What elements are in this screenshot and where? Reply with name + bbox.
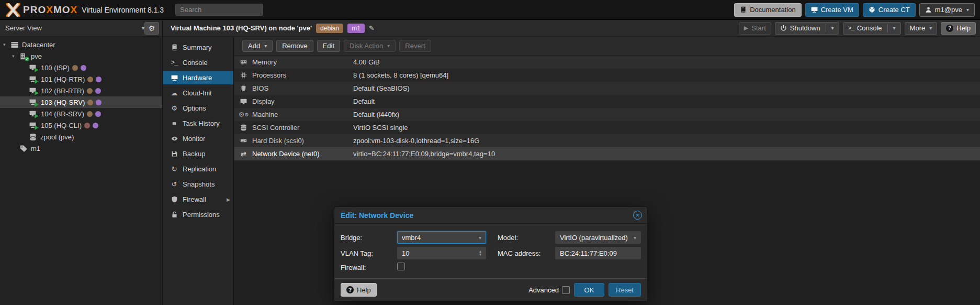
mac-address-input[interactable]: BC:24:11:77:E0:09: [555, 247, 641, 259]
vm-nav-menu: Summary >_ Console Hardware ☁ Cloud-Init…: [163, 37, 234, 305]
book-icon: [170, 44, 178, 51]
nav-item-cloud-init[interactable]: ☁ Cloud-Init: [163, 86, 233, 100]
dialog-help-button[interactable]: ? Help: [341, 283, 377, 297]
proxmox-logo-icon: [5, 3, 21, 17]
nav-item-replication[interactable]: ↻ Replication: [163, 162, 233, 176]
storage-icon: [29, 133, 37, 141]
cube-icon: [869, 6, 875, 13]
monitor-icon: [239, 97, 248, 105]
hw-row-network-device[interactable]: ⇄ Network Device (net0) virtio=BC:24:11:…: [234, 147, 980, 160]
tree-item-vm-103[interactable]: 103 (HQ-SRV): [0, 96, 162, 108]
ok-button[interactable]: OK: [574, 283, 604, 297]
view-settings-button[interactable]: ⚙: [144, 22, 159, 35]
vm-running-icon: [29, 122, 37, 129]
tag-dot: [87, 88, 93, 94]
vlan-tag-spinner[interactable]: 10 ▴▾: [397, 247, 486, 259]
shutdown-button[interactable]: Shutdown ▾: [775, 22, 839, 35]
chevron-down-icon[interactable]: ▾: [634, 235, 636, 241]
tag-dot: [72, 65, 78, 71]
tree-item-datacenter[interactable]: ▾ Datacenter: [0, 39, 162, 50]
nav-item-summary[interactable]: Summary: [163, 41, 233, 54]
chevron-down-icon[interactable]: ▾: [479, 235, 481, 241]
revert-button[interactable]: Revert: [399, 40, 431, 52]
tree-item-vm-101[interactable]: 101 (HQ-RTR): [0, 73, 162, 85]
console-button[interactable]: >_ Console ▾: [843, 22, 901, 35]
create-vm-button[interactable]: Create VM: [805, 3, 859, 17]
vm-running-icon: [29, 75, 37, 83]
gears-icon: ⚙⚙: [239, 111, 248, 118]
nav-item-hardware[interactable]: Hardware: [163, 71, 233, 84]
tree-item-vm-104[interactable]: 104 (BR-SRV): [0, 108, 162, 119]
bridge-combobox[interactable]: vmbr4 ▾: [397, 231, 486, 244]
model-combobox[interactable]: VirtIO (paravirtualized) ▾: [555, 231, 641, 244]
help-button[interactable]: ? Help: [941, 22, 976, 35]
cloud-icon: ☁: [170, 89, 178, 97]
chevron-down-icon[interactable]: ▾: [893, 25, 896, 31]
nav-item-permissions[interactable]: Permissions: [163, 208, 233, 221]
hw-row-scsi-controller[interactable]: SCSI Controller VirtIO SCSI single: [234, 121, 980, 134]
question-icon: ?: [346, 286, 354, 293]
chevron-right-icon: ▶: [227, 197, 230, 202]
chevron-down-icon: ▾: [929, 25, 932, 31]
hw-row-display[interactable]: Display Default: [234, 95, 980, 108]
nav-item-monitor[interactable]: Monitor: [163, 132, 233, 145]
chevron-down-icon: ▾: [966, 7, 969, 13]
tree-item-vm-100[interactable]: 100 (ISP): [0, 62, 162, 73]
tree-item-vm-102[interactable]: 102 (BR-RTR): [0, 85, 162, 96]
resource-tree: ▾ Datacenter ▾ pve 100 (ISP) 101 (HQ-RTR…: [0, 37, 163, 305]
tag-dot: [87, 77, 93, 82]
edit-button[interactable]: Edit: [317, 40, 340, 52]
memory-icon: [239, 58, 248, 66]
search-input[interactable]: [175, 4, 263, 16]
advanced-label: Advanced: [528, 286, 559, 294]
hw-row-bios[interactable]: BIOS Default (SeaBIOS): [234, 82, 980, 95]
spinner-arrows-icon[interactable]: ▴▾: [479, 250, 481, 256]
tree-item-storage-zpool[interactable]: zpool (pve): [0, 131, 162, 143]
nav-item-task-history[interactable]: ≡ Task History: [163, 117, 233, 130]
documentation-button[interactable]: Documentation: [734, 3, 801, 17]
chevron-down-icon: ▾: [264, 43, 267, 49]
cpu-icon: [239, 71, 248, 79]
hdd-icon: [239, 137, 248, 145]
nav-item-options[interactable]: ⚙ Options: [163, 102, 233, 115]
chevron-down-icon[interactable]: ▾: [3, 42, 10, 47]
user-menu-button[interactable]: m1@pve ▾: [919, 3, 975, 17]
unlock-icon: [170, 211, 178, 218]
chevron-down-icon[interactable]: ▾: [12, 53, 19, 59]
dialog-header[interactable]: Edit: Network Device ×: [334, 207, 647, 224]
tree-item-vm-105[interactable]: 105 (HQ-CLI): [0, 119, 162, 131]
vlan-tag-label: VLAN Tag:: [341, 249, 392, 257]
hw-row-memory[interactable]: Memory 4.00 GiB: [234, 56, 980, 69]
tag-dot: [93, 123, 98, 128]
hw-row-processors[interactable]: Processors 8 (1 sockets, 8 cores) [qemu6…: [234, 69, 980, 82]
firewall-checkbox[interactable]: [397, 263, 405, 270]
disk-action-button[interactable]: Disk Action ▾: [344, 40, 396, 52]
hw-row-hard-disk[interactable]: Hard Disk (scsi0) zpool:vm-103-disk-0,io…: [234, 134, 980, 147]
chevron-down-icon[interactable]: ▾: [831, 25, 834, 31]
edit-tags-icon[interactable]: ✎: [369, 24, 375, 32]
add-button[interactable]: Add ▾: [242, 40, 273, 52]
hw-row-machine[interactable]: ⚙⚙ Machine Default (i440fx): [234, 108, 980, 121]
close-icon[interactable]: ×: [633, 211, 642, 220]
nav-item-snapshots[interactable]: ↺ Snapshots: [163, 178, 233, 191]
tag-dot: [96, 77, 102, 82]
nav-item-backup[interactable]: Backup: [163, 147, 233, 160]
create-ct-button[interactable]: Create CT: [863, 3, 916, 17]
hardware-table: Memory 4.00 GiB Processors 8 (1 sockets,…: [234, 56, 980, 160]
database-icon: [239, 124, 248, 132]
nav-item-console[interactable]: >_ Console: [163, 56, 233, 69]
start-button[interactable]: ▶ Start: [739, 22, 771, 35]
remove-button[interactable]: Remove: [276, 40, 313, 52]
reset-button[interactable]: Reset: [609, 283, 641, 297]
tag-dot: [87, 111, 93, 117]
advanced-checkbox[interactable]: [562, 286, 570, 294]
tree-item-pool-m1[interactable]: m1: [0, 143, 162, 154]
tag-dot: [81, 65, 86, 71]
server-view-header: Server View ▾ ⚙: [0, 20, 163, 37]
more-button[interactable]: More ▾: [905, 22, 938, 35]
tree-item-node-pve[interactable]: ▾ pve: [0, 50, 162, 62]
chevron-down-icon: ▾: [387, 43, 390, 49]
vm-running-icon: [29, 110, 37, 117]
view-selector[interactable]: Server View ▾: [5, 24, 144, 32]
nav-item-firewall[interactable]: Firewall ▶: [163, 193, 233, 206]
